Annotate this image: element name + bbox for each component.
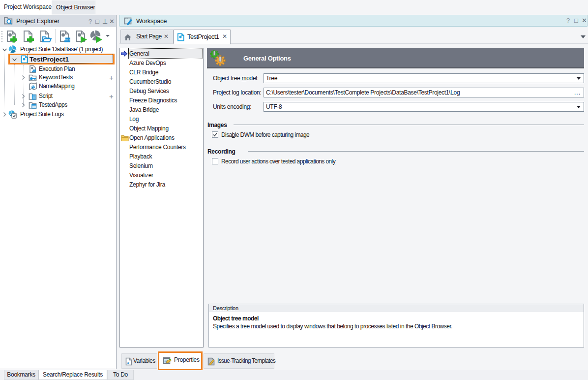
svg-text:x: x (126, 359, 130, 365)
